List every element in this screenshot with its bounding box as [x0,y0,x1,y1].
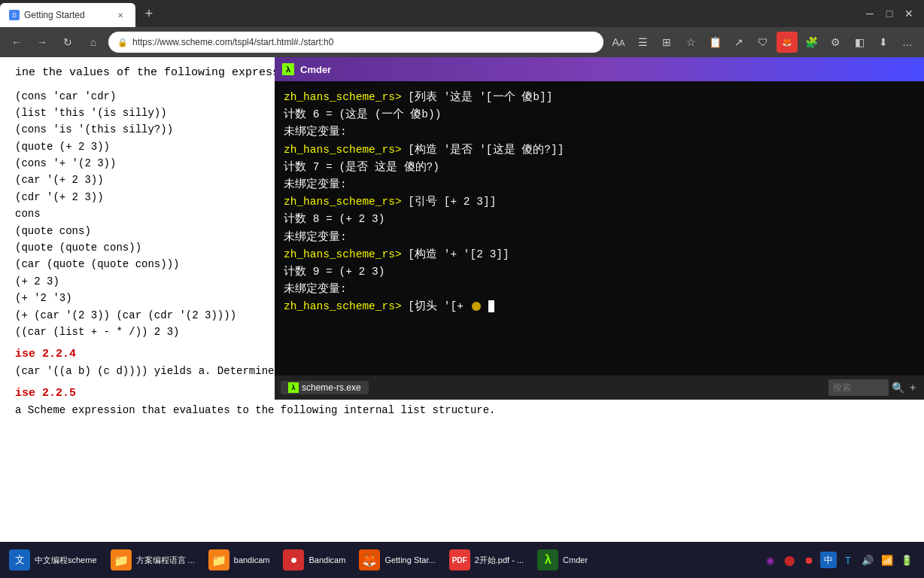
taskbar-icon-zhongwen: 文 [9,549,30,570]
terminal-line-3: zh_hans_scheme_rs> [引号 [+ 2 3]] [284,193,915,211]
active-tab[interactable]: S Getting Started ✕ [0,3,135,27]
exercise-225-text: a Scheme expression that evaluates to th… [15,403,909,418]
terminal-line-5: zh_hans_scheme_rs> [切头 '[+ [284,298,915,315]
tray-battery[interactable]: 🔋 [898,552,915,568]
taskbar-item-fangan[interactable]: 📁 方案编程语言 ... [105,545,201,575]
taskbar-label-pdf: 2开始.pdf - ... [475,555,524,566]
share-icon[interactable]: ↗ [728,32,749,53]
cursor-circle [472,302,481,311]
terminal-output-8: 未绑定变量: [284,281,915,298]
browser-chrome: S Getting Started ✕ + ─ □ ✕ ← → ↻ ⌂ 🔒 ht… [0,0,924,57]
terminal-output-6: 未绑定变量: [284,229,915,246]
tray-zh[interactable]: 中 [820,552,837,568]
terminal-window: λ Cmder zh_hans_scheme_rs> [列表 '这是 '[一个 … [275,57,924,400]
system-tray: ◉ ⬤ ⏺ 中 T 🔊 📶 🔋 [761,552,921,568]
minimize-button[interactable]: ─ [861,5,879,23]
tab-close-button[interactable]: ✕ [114,9,126,21]
tray-trans[interactable]: T [840,552,856,568]
terminal-tab-icon: λ [288,382,299,393]
prompt-2: zh_hans_scheme_rs> [284,144,402,156]
back-button[interactable]: ← [6,32,27,53]
address-bar: ← → ↻ ⌂ 🔒 https://www.scheme.com/tspl4/s… [0,27,924,57]
prompt-5: zh_hans_scheme_rs> [284,300,402,312]
terminal-body[interactable]: zh_hans_scheme_rs> [列表 '这是 '[一个 傻b]] 计数 … [275,81,924,376]
prompt-4: zh_hans_scheme_rs> [284,248,402,260]
taskbar-label-bandicam: Bandicam [309,555,345,564]
taskbar-item-cmder[interactable]: λ Cmder [531,545,594,575]
toolbar-icons: AA ☰ ⊞ ☆ 📋 ↗ 🛡 🦊 🧩 ⚙ ◧ ⬇ … [608,32,918,53]
taskbar-label-browser: Getting Star... [384,555,435,564]
terminal-search-input[interactable] [828,379,889,396]
terminal-title-bar: λ Cmder [275,57,924,81]
menu-icon[interactable]: … [897,32,918,53]
taskbar-icon-cmder: λ [537,549,558,570]
tray-volume[interactable]: 🔊 [859,552,876,568]
terminal-line-1: zh_hans_scheme_rs> [列表 '这是 '[一个 傻b]] [284,89,915,106]
sidebar-icon[interactable]: ◧ [849,32,870,53]
terminal-tab-label: scheme-rs.exe [302,382,361,393]
window-controls: ─ □ ✕ [859,5,924,23]
firefox-button[interactable]: 🦊 [777,32,798,53]
taskbar: 文 中文编程scheme 📁 方案编程语言 ... 📁 bandicam ● B… [0,542,924,578]
tab-title: Getting Started [24,10,110,20]
cmd-5: [切头 '[+ [408,300,464,312]
translate-icon[interactable]: AA [608,32,629,53]
taskbar-item-browser[interactable]: 🦊 Getting Star... [353,545,441,575]
taskbar-label-fangan: 方案编程语言 ... [136,555,195,566]
collections-icon[interactable]: 📋 [704,32,725,53]
close-button[interactable]: ✕ [900,5,918,23]
terminal-output-5: 计数 8 = (+ 2 3) [284,211,915,228]
fav-icon[interactable]: ☆ [680,32,701,53]
compat-icon[interactable]: ⊞ [656,32,677,53]
taskbar-item-bandicam[interactable]: ● Bandicam [277,545,351,575]
taskbar-icon-pdf: PDF [449,549,470,570]
terminal-plus-button[interactable]: ＋ [907,381,918,394]
maximize-button[interactable]: □ [880,5,898,23]
taskbar-label-zhongwen: 中文编程scheme [35,555,97,566]
taskbar-icon-fangan: 📁 [111,549,132,570]
extension-icon[interactable]: 🧩 [801,32,822,53]
tray-red1[interactable]: ⬤ [781,552,798,568]
download-icon[interactable]: ⬇ [873,32,894,53]
terminal-output-2: 未绑定变量: [284,123,915,141]
cmd-4: [构造 '+ '[2 3]] [408,248,509,260]
terminal-title: Cmder [300,64,331,75]
terminal-lambda-icon: λ [282,63,294,75]
forward-button[interactable]: → [32,32,53,53]
tray-record[interactable]: ⏺ [801,552,817,568]
new-tab-button[interactable]: + [138,3,160,24]
terminal-line-2: zh_hans_scheme_rs> [构造 '是否 '[这是 傻的?]] [284,141,915,159]
terminal-tab[interactable]: λ scheme-rs.exe [281,381,369,394]
reload-button[interactable]: ↻ [57,32,78,53]
terminal-output-1: 计数 6 = (这是 (一个 傻b)) [284,106,915,123]
taskbar-item-zhongwen[interactable]: 文 中文编程scheme [3,545,103,575]
home-button[interactable]: ⌂ [83,32,104,53]
taskbar-item-pdf[interactable]: PDF 2开始.pdf - ... [443,545,530,575]
terminal-output-3: 计数 7 = (是否 这是 傻的?) [284,159,915,176]
prompt-3: zh_hans_scheme_rs> [284,196,402,208]
tray-network[interactable]: 📶 [879,552,895,568]
taskbar-item-bandicam-folder[interactable]: 📁 bandicam [202,545,276,575]
prompt-1: zh_hans_scheme_rs> [284,91,402,103]
settings-icon[interactable]: ⚙ [825,32,846,53]
shield-icon[interactable]: 🛡 [752,32,774,53]
terminal-line-4: zh_hans_scheme_rs> [构造 '+ '[2 3]] [284,246,915,263]
terminal-output-4: 未绑定变量: [284,176,915,193]
terminal-bottom-bar: λ scheme-rs.exe 🔍 ＋ [275,376,924,400]
lock-icon: 🔒 [117,38,128,47]
url-bar[interactable]: 🔒 https://www.scheme.com/tspl4/start.htm… [108,32,603,53]
cmd-2: [构造 '是否 '[这是 傻的?]] [408,144,564,156]
cursor-block [488,300,494,312]
taskbar-label-bandicam-folder: bandicam [234,555,270,564]
taskbar-label-cmder: Cmder [563,555,588,564]
url-text: https://www.scheme.com/tspl4/start.html#… [132,37,594,47]
reader-icon[interactable]: ☰ [632,32,653,53]
taskbar-icon-browser: 🦊 [359,549,380,570]
terminal-search-bar: 🔍 ＋ [828,379,918,396]
cmd-1: [列表 '这是 '[一个 傻b]] [408,91,552,103]
taskbar-icon-bandicam: ● [283,549,304,570]
tray-sphere[interactable]: ◉ [761,552,778,568]
terminal-output-7: 计数 9 = (+ 2 3) [284,263,915,281]
main-area: ine the values of the following expressi… [0,57,924,542]
terminal-search-button[interactable]: 🔍 [892,382,904,394]
